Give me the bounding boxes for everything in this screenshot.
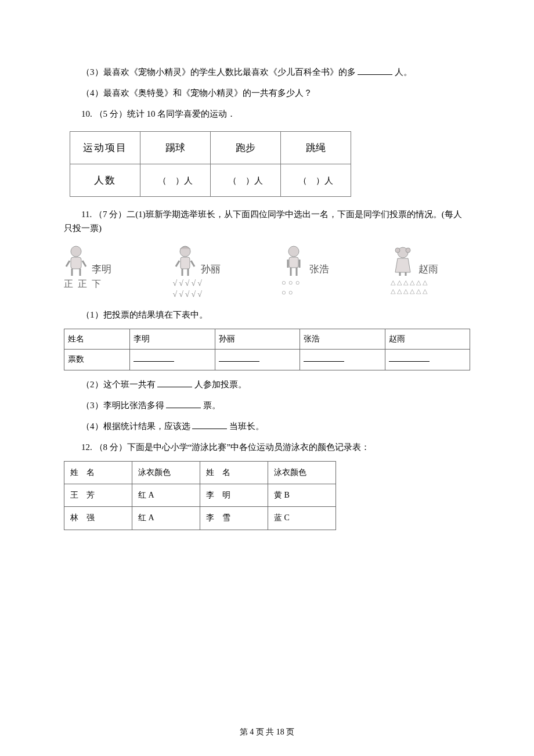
table-row: 姓 名 泳衣颜色 姓 名 泳衣颜色 [64,461,336,484]
svg-line-5 [82,261,86,267]
swim-n3: 林 强 [64,507,132,530]
swim-n4: 李 雪 [200,507,268,530]
candidate-name: 赵雨 [418,261,438,277]
candidate-li-ming: 李明 正 正 下 [64,243,144,299]
table-row: 人数 （ ）人 （ ）人 （ ）人 [70,164,351,197]
candidate-zhang-hao: 张浩 ○○○ ○○ [282,243,362,299]
q11-sub2-suf: 人参加投票。 [194,380,247,389]
vote-table: 姓名 李明 孙丽 张浩 赵雨 票数 [64,329,470,370]
q11-sub4: （4）根据统计结果，应该选 当班长。 [64,419,470,433]
vote-name-4: 赵雨 [385,329,470,349]
vote-header-label: 姓名 [64,329,130,349]
q11-sub2: （2）这个班一共有 人参加投票。 [64,377,470,391]
q11-sub3-suf: 票。 [203,401,221,410]
svg-line-4 [66,261,70,267]
sports-col-1: 踢球 [140,132,211,164]
candidate-name: 张浩 [309,261,329,277]
swim-h-color-2: 泳衣颜色 [268,461,336,484]
candidate-name: 孙丽 [201,261,221,277]
q11-sub4-blank[interactable] [192,420,227,429]
swim-n2: 李 明 [200,484,268,506]
svg-rect-1 [71,257,81,269]
vote-name-1: 李明 [130,329,215,349]
svg-point-12 [288,246,299,257]
sports-col-2: 跑步 [211,132,281,164]
vote-cell-3[interactable] [300,350,385,370]
q11-sub2-blank[interactable] [157,378,192,387]
svg-point-19 [395,248,400,253]
svg-rect-13 [289,257,298,268]
q10-stem: 10. （5 分）统计 10 名同学喜爱的运动． [64,107,470,121]
vote-row2-label: 票数 [64,350,130,370]
table-row: 林 强 红 A 李 雪 蓝 C [64,507,336,530]
vote-cell-2[interactable] [215,350,300,370]
swim-table: 姓 名 泳衣颜色 姓 名 泳衣颜色 王 芳 红 A 李 明 黄 B 林 强 红 … [64,461,336,530]
swim-n1: 王 芳 [64,484,132,506]
sports-cell-3[interactable]: （ ）人 [281,164,351,197]
svg-line-11 [191,261,194,267]
swim-c1: 红 A [132,484,200,506]
q9-sub4: （4）最喜欢《奥特曼》和《宠物小精灵》的一共有多少人？ [64,86,470,100]
tally-marks: 正 正 下 [64,278,102,289]
swim-h-name-2: 姓 名 [200,461,268,484]
svg-rect-7 [181,257,190,269]
q11-sub4-suf: 当班长。 [229,422,264,431]
swim-c3: 红 A [132,507,200,530]
q11-sub3-pre: （3）李明比张浩多得 [81,401,164,410]
q9-sub3-blank[interactable] [358,66,392,75]
page-footer: 第 4 页 共 18 页 [0,726,534,739]
q11-sub3: （3）李明比张浩多得 票。 [64,398,470,412]
vote-name-2: 孙丽 [215,329,300,349]
svg-point-0 [71,246,81,257]
sports-row2-label: 人数 [70,164,140,197]
svg-line-10 [176,261,179,267]
vote-name-3: 张浩 [300,329,385,349]
q9-sub3-suffix: 人。 [395,67,412,77]
q9-sub3-text: （3）最喜欢《宠物小精灵》的学生人数比最喜欢《少儿百科全书》的多 [81,67,356,77]
swim-c4: 蓝 C [268,507,336,530]
vote-cell-4[interactable] [385,350,470,370]
candidate-sun-li: 孙丽 √√√√√ √√√√√ [173,243,253,299]
sports-table: 运动项目 踢球 跑步 跳绳 人数 （ ）人 （ ）人 （ ）人 [70,131,351,197]
q11-sub4-pre: （4）根据统计结果，应该选 [81,422,190,431]
child-icon [173,243,197,277]
table-row: 运动项目 踢球 跑步 跳绳 [70,132,351,164]
child-icon [391,243,415,277]
check-marks: √√√√√ √√√√√ [173,278,204,299]
swim-c2: 黄 B [268,484,336,506]
candidate-zhao-yu: 赵雨 △△△△△△ △△△△△△ [391,243,471,299]
svg-point-20 [406,248,410,253]
swim-h-name-1: 姓 名 [64,461,132,484]
candidate-name: 李明 [92,261,111,277]
candidate-row: 李明 正 正 下 孙丽 √√√√√ √√√√√ [64,243,470,299]
table-row: 票数 [64,350,470,370]
q11-stem: 11. （7 分）二(1)班新学期选举班长，从下面四位同学中选出一名，下面是同学… [64,207,470,235]
table-row: 姓名 李明 孙丽 张浩 赵雨 [64,329,470,349]
page: （3）最喜欢《宠物小精灵》的学生人数比最喜欢《少儿百科全书》的多 人。 （4）最… [0,0,534,756]
q12-stem: 12. （8 分）下面是中心小学“游泳比赛”中各位运动员游泳衣的颜色记录表： [64,440,470,454]
sports-header-label: 运动项目 [70,132,140,164]
swim-h-color-1: 泳衣颜色 [132,461,200,484]
child-icon [64,243,88,277]
child-icon [282,243,306,277]
q11-sub1: （1）把投票的结果填在下表中。 [64,308,470,322]
sports-cell-2[interactable]: （ ）人 [211,164,281,197]
circle-marks: ○○○ ○○ [282,278,302,298]
sports-cell-1[interactable]: （ ）人 [140,164,211,197]
q9-sub3: （3）最喜欢《宠物小精灵》的学生人数比最喜欢《少儿百科全书》的多 人。 [64,65,470,79]
q11-sub2-pre: （2）这个班一共有 [81,380,156,389]
vote-cell-1[interactable] [130,350,215,370]
triangle-marks: △△△△△△ △△△△△△ [391,278,429,295]
table-row: 王 芳 红 A 李 明 黄 B [64,484,336,506]
q11-sub3-blank[interactable] [166,399,201,408]
sports-col-3: 跳绳 [281,132,351,164]
